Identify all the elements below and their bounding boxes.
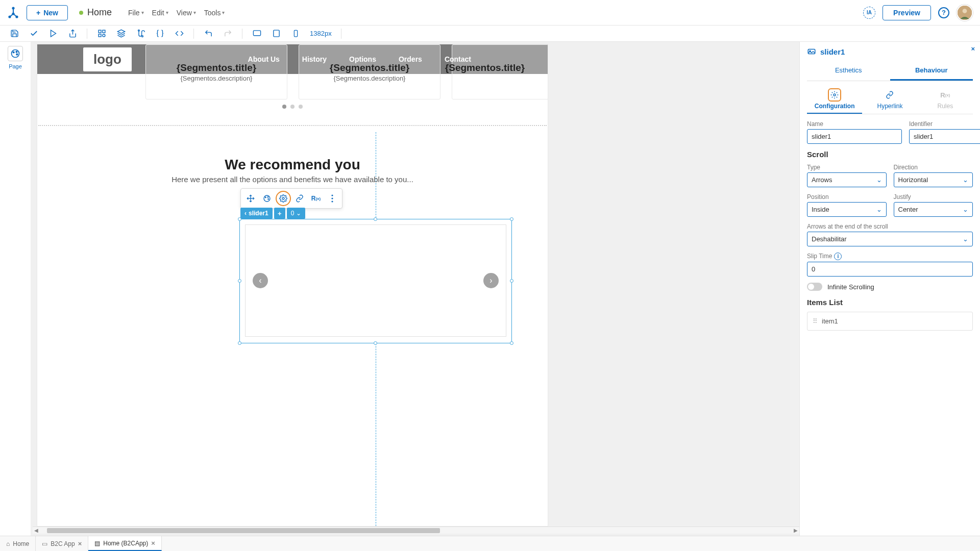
export-icon[interactable]: [67, 29, 78, 39]
selection-chip[interactable]: ‹ slider1: [240, 208, 273, 219]
ia-badge-icon[interactable]: IA: [863, 7, 875, 19]
position-label: Position: [807, 193, 887, 201]
resize-handle[interactable]: [510, 279, 513, 283]
resize-handle[interactable]: [374, 341, 377, 345]
add-item-button[interactable]: +: [274, 208, 285, 219]
undo-icon[interactable]: [203, 29, 213, 39]
left-rail: Page: [0, 42, 31, 536]
resize-handle[interactable]: [238, 341, 241, 345]
carousel-card[interactable]: {Segmentos.title} {Segmentos.description…: [299, 44, 440, 99]
menu-tools[interactable]: Tools▾: [204, 9, 225, 17]
carousel-card[interactable]: {Segmentos.title} {Segmentos.description…: [145, 44, 287, 99]
tab-esthetics[interactable]: Esthetics: [807, 61, 890, 81]
infinite-scroll-toggle[interactable]: [807, 283, 822, 291]
resize-handle[interactable]: [510, 341, 513, 345]
dot-active-icon[interactable]: [282, 105, 286, 109]
gear-icon: [828, 88, 841, 102]
subtab-configuration[interactable]: Configuration: [807, 84, 862, 114]
svg-point-18: [12, 50, 19, 58]
bottom-tab-b2c-app[interactable]: ▭ B2C App ×: [36, 536, 88, 551]
tablet-icon[interactable]: [271, 29, 281, 39]
avatar[interactable]: [957, 5, 973, 21]
svg-point-5: [963, 9, 967, 13]
more-icon[interactable]: [325, 191, 340, 206]
scroll-thumb[interactable]: [47, 528, 440, 533]
check-icon[interactable]: [29, 29, 39, 39]
move-icon[interactable]: [243, 191, 258, 206]
name-input[interactable]: [807, 129, 902, 144]
selection-count[interactable]: 0 ⌄: [287, 208, 306, 219]
resize-handle[interactable]: [238, 279, 241, 283]
canvas[interactable]: logo About Us History Options Orders Con…: [37, 44, 548, 527]
recommend-subtitle: Here we present all the options and bene…: [37, 175, 548, 184]
horizontal-scrollbar[interactable]: ◀ ▶: [33, 527, 799, 534]
palette-icon[interactable]: [259, 191, 275, 206]
svg-point-19: [13, 52, 14, 53]
scroll-right-icon[interactable]: ▶: [792, 528, 799, 533]
resize-handle[interactable]: [510, 217, 513, 221]
subtab-hyperlink[interactable]: Hyperlink: [862, 84, 917, 114]
grid-icon[interactable]: [96, 29, 107, 39]
svg-point-1: [9, 16, 10, 17]
recommend-title: We recommend you: [37, 157, 548, 173]
scroll-left-icon[interactable]: ◀: [33, 528, 40, 533]
desktop-icon[interactable]: [252, 29, 262, 39]
chevron-down-icon: ▾: [141, 10, 144, 15]
gear-icon[interactable]: [276, 191, 291, 206]
page-palette-button[interactable]: [8, 46, 23, 61]
type-select[interactable]: Arrows⌄: [807, 172, 887, 187]
close-icon[interactable]: ×: [971, 45, 975, 53]
card-desc: {Segmentos.description}: [334, 74, 406, 82]
item-label: item1: [822, 317, 838, 325]
resize-handle[interactable]: [374, 217, 377, 221]
menu-file[interactable]: File▾: [128, 9, 144, 17]
swap-icon[interactable]: [135, 29, 145, 39]
svg-point-11: [102, 34, 105, 37]
justify-select[interactable]: Center⌄: [894, 202, 973, 217]
position-select[interactable]: Inside⌄: [807, 202, 887, 217]
items-list-item[interactable]: ⠿ item1: [807, 312, 973, 331]
carousel-card[interactable]: {Segmentos.title} {Segmentos.description…: [452, 44, 548, 99]
properties-title: slider1: [820, 47, 845, 56]
menu-view[interactable]: View▾: [177, 9, 196, 17]
tab-behaviour[interactable]: Behaviour: [890, 61, 973, 81]
direction-label: Direction: [894, 164, 973, 171]
svg-rect-8: [99, 30, 101, 33]
arrows-end-select[interactable]: Deshabilitar⌄: [807, 232, 973, 246]
code-icon[interactable]: [174, 29, 184, 39]
slip-time-label: Slip Timei: [807, 253, 973, 260]
play-icon[interactable]: [48, 29, 58, 39]
svg-point-3: [12, 13, 14, 14]
save-icon[interactable]: [9, 29, 19, 39]
close-icon[interactable]: ×: [78, 540, 82, 547]
slider-next-button[interactable]: ›: [483, 273, 499, 288]
info-icon[interactable]: i: [834, 253, 842, 260]
chevron-down-icon: ⌄: [963, 206, 968, 213]
slider-prev-button[interactable]: ‹: [253, 273, 268, 288]
link-icon[interactable]: [292, 191, 307, 206]
direction-select[interactable]: Horizontal⌄: [894, 172, 973, 187]
slip-time-input[interactable]: [807, 262, 973, 277]
svg-point-34: [834, 94, 836, 96]
chevron-down-icon: ⌄: [876, 176, 882, 184]
preview-button[interactable]: Preview: [883, 5, 931, 20]
braces-icon[interactable]: [155, 29, 165, 39]
new-button[interactable]: + New: [27, 5, 68, 20]
rules-icon[interactable]: R(x): [308, 191, 324, 206]
layers-icon[interactable]: [116, 29, 126, 39]
drag-handle-icon[interactable]: ⠿: [813, 317, 818, 325]
dot-icon[interactable]: [299, 105, 303, 109]
infinite-scroll-label: Infinite Scrolling: [827, 283, 874, 291]
mobile-icon[interactable]: [290, 29, 301, 39]
dot-icon[interactable]: [290, 105, 295, 109]
resize-handle[interactable]: [238, 217, 241, 221]
chevron-down-icon: ⌄: [963, 235, 968, 243]
viewport-size[interactable]: 1382px: [310, 30, 332, 37]
close-icon[interactable]: ×: [151, 539, 155, 547]
identifier-input[interactable]: [909, 129, 980, 144]
bottom-tab-home-b2capp[interactable]: ▤ Home (B2CApp) ×: [88, 536, 162, 551]
selected-slider[interactable]: ‹ ›: [239, 219, 512, 343]
bottom-tab-home[interactable]: ⌂ Home: [0, 536, 36, 551]
help-icon[interactable]: ?: [938, 7, 949, 18]
menu-edit[interactable]: Edit▾: [152, 9, 168, 17]
